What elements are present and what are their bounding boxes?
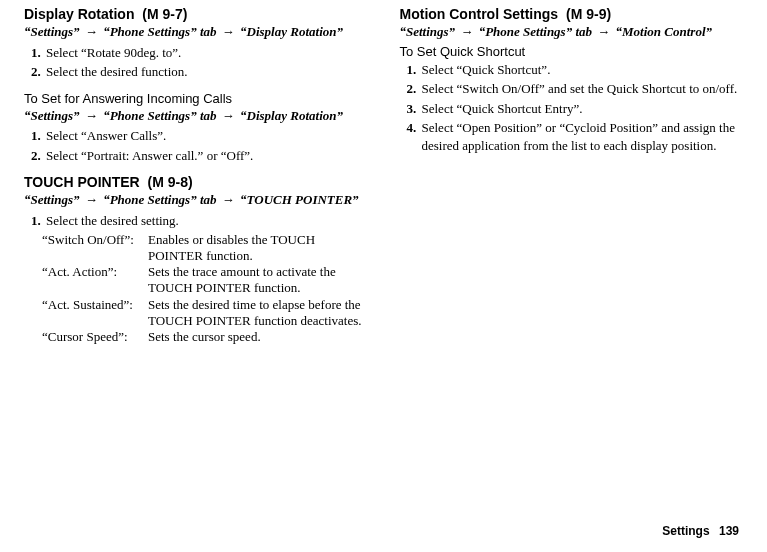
nav-seg: “Settings”	[24, 192, 80, 207]
title-text: Display Rotation	[24, 6, 134, 22]
step-item: Select “Switch On/Off” and set the Quick…	[420, 80, 744, 98]
arrow-icon: →	[220, 24, 237, 39]
steps-list: Select “Answer Calls”. Select “Portrait:…	[24, 127, 368, 164]
step-item: Select the desired function.	[44, 63, 368, 81]
nav-path-motion: “Settings” → “Phone Settings” tab → “Mot…	[400, 24, 744, 40]
page-body: Display Rotation (M 9-7) “Settings” → “P…	[0, 0, 767, 345]
nav-seg: “Motion Control”	[616, 24, 712, 39]
arrow-icon: →	[595, 24, 612, 39]
arrow-icon: →	[83, 24, 100, 39]
arrow-icon: →	[458, 24, 475, 39]
subhead-answer-calls: To Set for Answering Incoming Calls	[24, 91, 368, 106]
mcode: (M 9-9)	[566, 6, 611, 22]
heading-motion-control: Motion Control Settings (M 9-9)	[400, 6, 744, 22]
nav-seg: “Settings”	[400, 24, 456, 39]
nav-seg: “Phone Settings” tab	[103, 108, 216, 123]
footer-page-number: 139	[719, 524, 739, 538]
nav-path-touch-pointer: “Settings” → “Phone Settings” tab → “TOU…	[24, 192, 368, 208]
def-term: “Act. Sustained”:	[42, 297, 148, 313]
step-item: Select the desired setting.	[44, 212, 368, 230]
nav-seg: “Display Rotation”	[240, 24, 343, 39]
def-term: “Cursor Speed”:	[42, 329, 148, 345]
step-item: Select “Rotate 90deg. to”.	[44, 44, 368, 62]
left-column: Display Rotation (M 9-7) “Settings” → “P…	[24, 6, 368, 345]
nav-seg: “Phone Settings” tab	[479, 24, 592, 39]
mcode: (M 9-8)	[148, 174, 193, 190]
arrow-icon: →	[83, 108, 100, 123]
arrow-icon: →	[220, 108, 237, 123]
def-term: “Act. Action”:	[42, 264, 148, 280]
heading-touch-pointer: TOUCH POINTER (M 9-8)	[24, 174, 368, 190]
def-row: “Switch On/Off”: Enables or disables the…	[42, 232, 368, 265]
page-footer: Settings 139	[662, 524, 739, 538]
def-row: “Cursor Speed”: Sets the cursor speed.	[42, 329, 368, 345]
def-desc: Sets the cursor speed.	[148, 329, 368, 345]
footer-label: Settings	[662, 524, 709, 538]
right-column: Motion Control Settings (M 9-9) “Setting…	[400, 6, 744, 345]
steps-list: Select “Rotate 90deg. to”. Select the de…	[24, 44, 368, 81]
nav-seg: “Settings”	[24, 24, 80, 39]
definitions-list: “Switch On/Off”: Enables or disables the…	[42, 232, 368, 346]
heading-display-rotation: Display Rotation (M 9-7)	[24, 6, 368, 22]
def-term: “Switch On/Off”:	[42, 232, 148, 248]
step-item: Select “Open Position” or “Cycloid Posit…	[420, 119, 744, 154]
step-item: Select “Portrait: Answer call.” or “Off”…	[44, 147, 368, 165]
nav-seg: “Phone Settings” tab	[103, 24, 216, 39]
arrow-icon: →	[220, 192, 237, 207]
step-item: Select “Answer Calls”.	[44, 127, 368, 145]
def-desc: Enables or disables the TOUCH POINTER fu…	[148, 232, 368, 265]
def-desc: Sets the trace amount to activate the TO…	[148, 264, 368, 297]
nav-seg: “Phone Settings” tab	[103, 192, 216, 207]
mcode: (M 9-7)	[142, 6, 187, 22]
steps-list: Select the desired setting.	[24, 212, 368, 230]
subhead-quick-shortcut: To Set Quick Shortcut	[400, 44, 744, 59]
nav-seg: “Display Rotation”	[240, 108, 343, 123]
steps-list: Select “Quick Shortcut”. Select “Switch …	[400, 61, 744, 155]
title-text: Motion Control Settings	[400, 6, 559, 22]
step-item: Select “Quick Shortcut Entry”.	[420, 100, 744, 118]
step-item: Select “Quick Shortcut”.	[420, 61, 744, 79]
arrow-icon: →	[83, 192, 100, 207]
def-desc: Sets the desired time to elapse before t…	[148, 297, 368, 330]
title-text: TOUCH POINTER	[24, 174, 140, 190]
nav-path-display-rotation-2: “Settings” → “Phone Settings” tab → “Dis…	[24, 108, 368, 124]
def-row: “Act. Action”: Sets the trace amount to …	[42, 264, 368, 297]
def-row: “Act. Sustained”: Sets the desired time …	[42, 297, 368, 330]
nav-seg: “Settings”	[24, 108, 80, 123]
nav-seg: “TOUCH POINTER”	[240, 192, 359, 207]
nav-path-display-rotation-1: “Settings” → “Phone Settings” tab → “Dis…	[24, 24, 368, 40]
